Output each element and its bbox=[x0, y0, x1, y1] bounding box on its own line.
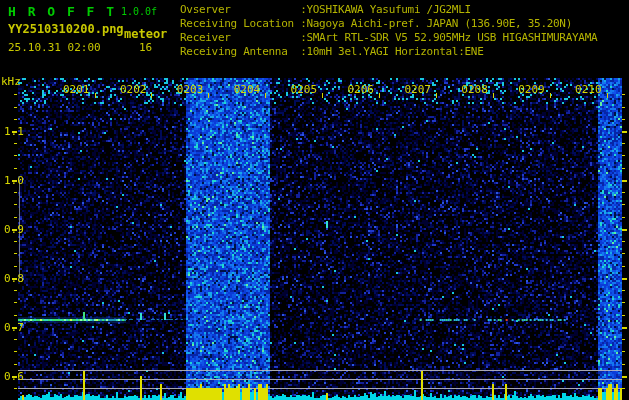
station-info-line: Receiver :SMArt RTL-SDR V5 52.905MHz USB… bbox=[180, 31, 597, 44]
datetime-label: 25.10.31 02:00 bbox=[8, 41, 101, 54]
hrofft-output-image: H R O F F T 1.0.0f YY2510310200.png mete… bbox=[0, 0, 629, 400]
station-info-line: Receiving Location :Nagoya Aichi-pref. J… bbox=[180, 17, 572, 30]
meteor-count: 16 bbox=[139, 41, 152, 54]
spectrogram-canvas bbox=[0, 0, 629, 400]
freq-tick-label: 0.8 bbox=[4, 272, 24, 285]
time-tick-label: 0210 bbox=[575, 83, 602, 96]
output-filename: YY2510310200.png bbox=[8, 22, 124, 36]
station-info-line: Ovserver :YOSHIKAWA Yasufumi /JG2MLI bbox=[180, 3, 471, 16]
freq-tick-label: 0.6 bbox=[4, 370, 24, 383]
time-tick-label: 0209 bbox=[518, 83, 545, 96]
freq-tick-label: 0.9 bbox=[4, 223, 24, 236]
time-tick-label: 0204 bbox=[234, 83, 261, 96]
station-info-line: Receiving Antenna :10mH 3el.YAGI Horizon… bbox=[180, 45, 483, 58]
version-label: 1.0.0f bbox=[121, 6, 157, 17]
y-axis-unit-label: kHz bbox=[1, 75, 21, 88]
mode-label: meteor bbox=[124, 27, 167, 41]
time-tick-label: 0208 bbox=[461, 83, 488, 96]
time-tick-label: 0207 bbox=[404, 83, 431, 96]
time-tick-label: 0206 bbox=[348, 83, 375, 96]
time-tick-label: 0202 bbox=[120, 83, 147, 96]
freq-tick-label: 1.0 bbox=[4, 174, 24, 187]
time-tick-label: 0201 bbox=[63, 83, 90, 96]
freq-tick-label: 0.7 bbox=[4, 321, 24, 334]
freq-tick-label: 1.1 bbox=[4, 125, 24, 138]
app-title: H R O F F T bbox=[8, 4, 116, 19]
time-tick-label: 0205 bbox=[291, 83, 318, 96]
time-tick-label: 0203 bbox=[177, 83, 204, 96]
